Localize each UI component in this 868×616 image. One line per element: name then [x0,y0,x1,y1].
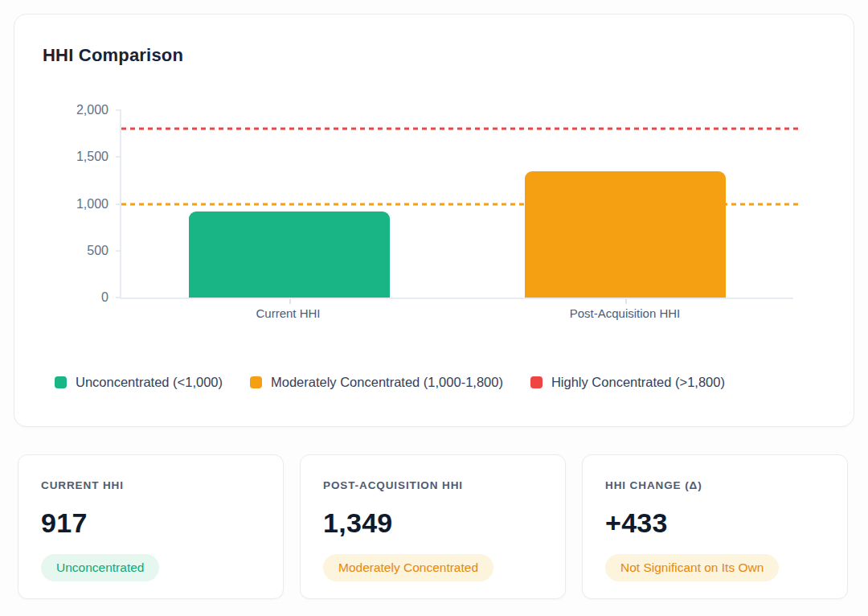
y-axis-tick-label: 500 [87,244,108,258]
plot-area: 05001,0001,5002,000 [120,110,793,299]
x-axis-labels: Current HHIPost-Acquisition HHI [120,306,793,320]
stat-value: 1,349 [323,507,542,539]
x-axis-category-label: Post-Acquisition HHI [457,306,793,320]
bar-slot [121,110,457,298]
y-axis-tick-mark [116,250,121,252]
stat-value: +433 [605,507,825,539]
status-badge: Moderately Concentrated [323,554,493,581]
x-axis-category-label: Current HHI [120,306,457,320]
stat-card-post-acquisition-hhi: POST-ACQUISITION HHI 1,349 Moderately Co… [300,454,566,599]
hhi-bar-chart: 05001,0001,5002,000 Current HHIPost-Acqu… [120,110,825,320]
y-axis-tick-mark [116,297,121,298]
legend-item: Highly Concentrated (>1,800) [530,375,725,390]
chart-title: HHI Comparison [43,45,825,66]
legend-item: Unconcentrated (<1,000) [55,375,223,390]
stat-label: HHI CHANGE (Δ) [605,479,825,491]
y-axis-tick-label: 1,000 [76,197,108,211]
y-axis-tick-mark [116,203,121,205]
legend-label: Unconcentrated (<1,000) [76,375,223,390]
legend-label: Moderately Concentrated (1,000-1,800) [271,375,503,390]
y-axis-tick-label: 1,500 [76,150,108,164]
hhi-comparison-card: HHI Comparison 05001,0001,5002,000 Curre… [14,14,854,427]
stat-value: 917 [41,507,260,539]
stats-row: CURRENT HHI 917 Unconcentrated POST-ACQU… [18,454,848,599]
y-axis-tick-label: 2,000 [76,103,108,117]
bar-slots [121,110,793,298]
y-axis-tick-mark [116,109,121,111]
legend-item: Moderately Concentrated (1,000-1,800) [250,375,503,390]
bar-slot [457,110,793,298]
legend-label: Highly Concentrated (>1,800) [551,375,725,390]
stat-card-hhi-change: HHI CHANGE (Δ) +433 Not Significant on I… [582,454,848,599]
legend-swatch-icon [55,376,67,388]
stat-label: CURRENT HHI [41,479,260,491]
bar-current-hhi[interactable] [189,211,391,298]
status-badge: Unconcentrated [41,554,159,581]
legend-swatch-icon [530,376,542,388]
stat-card-current-hhi: CURRENT HHI 917 Unconcentrated [18,454,284,599]
chart-legend: Unconcentrated (<1,000)Moderately Concen… [55,375,825,390]
y-axis-tick-label: 0 [101,290,108,305]
bar-post-acquisition-hhi[interactable] [525,171,727,298]
stat-label: POST-ACQUISITION HHI [323,479,542,491]
y-axis-tick-mark [116,156,121,158]
legend-swatch-icon [250,376,262,388]
status-badge: Not Significant on Its Own [605,554,779,581]
